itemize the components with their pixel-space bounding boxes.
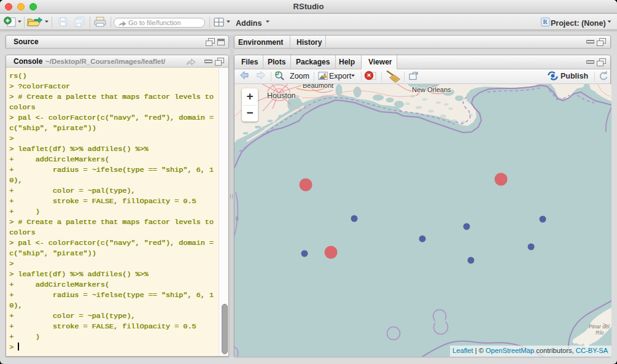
svg-text:New Orleans: New Orleans	[412, 86, 451, 93]
svg-text:Beaumont: Beaumont	[303, 84, 333, 89]
svg-text:R: R	[543, 19, 548, 25]
svg-text:Houston: Houston	[267, 91, 296, 100]
svg-text:Pinar del: Pinar del	[589, 323, 610, 330]
svg-text:S: S	[235, 215, 239, 222]
svg-text:Río: Río	[596, 330, 604, 336]
